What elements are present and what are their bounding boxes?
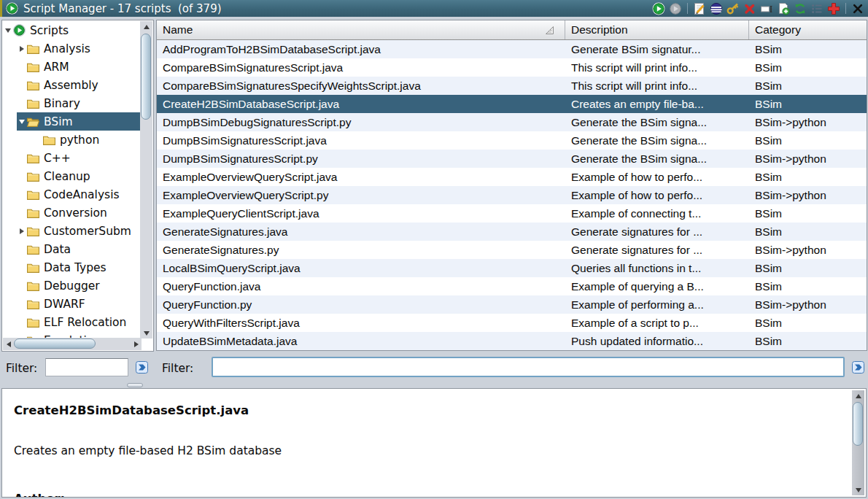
- tree-item-debugger[interactable]: Debugger: [17, 276, 140, 295]
- scroll-left-icon[interactable]: [3, 339, 14, 349]
- table-row[interactable]: QueryFunction.javaExample of querying a …: [157, 277, 867, 295]
- script-directories-icon[interactable]: [810, 2, 824, 15]
- rename-script-icon[interactable]: [760, 2, 773, 15]
- column-header-name[interactable]: Name: [157, 20, 565, 39]
- scroll-up-icon[interactable]: [853, 390, 864, 401]
- expand-arrow-icon[interactable]: [17, 228, 27, 234]
- table-row[interactable]: GenerateSignatures.javaGenerate signatur…: [157, 223, 867, 241]
- expand-arrow-icon[interactable]: [17, 120, 27, 124]
- table-row[interactable]: AddProgramToH2BSimDatabaseScript.javaGen…: [157, 40, 867, 58]
- new-script-icon[interactable]: [777, 2, 790, 15]
- keybinding-icon[interactable]: [726, 2, 740, 15]
- column-header-category[interactable]: Category: [749, 20, 867, 39]
- tree-item-data[interactable]: Data: [17, 240, 140, 258]
- tree-item-label: Analysis: [42, 42, 90, 55]
- scripts-root-icon: [13, 24, 28, 36]
- run-script-icon[interactable]: [652, 2, 665, 15]
- tree-hscroll-thumb[interactable]: [14, 339, 96, 349]
- column-header-label: Description: [571, 23, 628, 36]
- tree-item-conversion[interactable]: Conversion: [17, 204, 140, 222]
- tree-item-scripts[interactable]: Scripts: [3, 21, 140, 39]
- column-header-label: Name: [163, 23, 193, 36]
- tree-item-codeanalysis[interactable]: CodeAnalysis: [17, 185, 140, 204]
- table-row[interactable]: GenerateSignatures.pyGenerate signatures…: [157, 241, 867, 259]
- eclipse-icon[interactable]: [710, 2, 723, 15]
- titlebar-toolbar: [652, 0, 864, 17]
- table-row[interactable]: DumpBSimSignaturesScript.javaGenerate th…: [157, 131, 867, 150]
- tree-item-customersubmission[interactable]: CustomerSubm: [17, 222, 140, 240]
- table-row[interactable]: ExampleOverviewQueryScript.pyExample of …: [157, 186, 867, 204]
- tree-item-binary[interactable]: Binary: [17, 94, 140, 112]
- tree-vscroll-thumb[interactable]: [141, 34, 151, 120]
- tree-item-label: Assembly: [42, 79, 98, 92]
- tree-item-arm[interactable]: ARM: [17, 58, 140, 76]
- tree-item-label: BSim: [42, 115, 73, 128]
- table-row[interactable]: QueryFunction.pyExample of performing a.…: [157, 295, 867, 314]
- scroll-down-icon[interactable]: [141, 328, 152, 339]
- column-header-label: Category: [755, 23, 801, 36]
- tree-item-label: CustomerSubm: [42, 225, 131, 238]
- script-description-footer-clipped: Author:: [14, 492, 65, 498]
- tree-horizontal-scrollbar[interactable]: [3, 338, 142, 350]
- script-table-panel: Name Description Category AddProgramToH2…: [156, 20, 867, 351]
- table-row-selected[interactable]: CreateH2BSimDatabaseScript.javaCreates a…: [157, 95, 867, 113]
- tree-item-data-types[interactable]: Data Types: [17, 258, 140, 276]
- help-icon[interactable]: [827, 2, 840, 15]
- tree-item-dwarf[interactable]: DWARF: [17, 295, 140, 313]
- tree-item-emulation[interactable]: Emulation: [17, 331, 140, 338]
- tree-item-cpp[interactable]: C++: [17, 149, 140, 167]
- script-description-panel: CreateH2BSimDatabaseScript.java Creates …: [1, 388, 867, 498]
- table-row[interactable]: LocalBSimQueryScript.javaQueries all fun…: [157, 259, 867, 277]
- tree-item-label: DWARF: [42, 298, 85, 311]
- close-icon[interactable]: [851, 2, 864, 15]
- edit-script-icon[interactable]: [693, 2, 706, 15]
- folder-icon: [27, 98, 42, 109]
- splitter-handle[interactable]: [127, 383, 143, 387]
- tree-filter-options-icon[interactable]: [134, 360, 150, 375]
- tree-item-elf-relocation[interactable]: ELF Relocation: [17, 313, 140, 331]
- table-filter-input[interactable]: [212, 357, 845, 377]
- folder-icon: [27, 44, 42, 54]
- tree-item-label: C++: [42, 152, 71, 165]
- script-manager-icon: [6, 2, 18, 15]
- script-description-title: CreateH2BSimDatabaseScript.java: [14, 403, 249, 417]
- table-row[interactable]: QueryWithFiltersScript.javaExample of a …: [157, 314, 867, 332]
- scroll-right-icon[interactable]: [131, 339, 142, 349]
- table-row[interactable]: UpdateBSimMetadata.javaPush updated info…: [157, 332, 867, 350]
- tree-item-label: CodeAnalysis: [42, 188, 120, 201]
- details-vertical-scrollbar[interactable]: [852, 390, 864, 495]
- tree-item-assembly[interactable]: Assembly: [17, 76, 140, 94]
- expand-arrow-icon[interactable]: [17, 46, 27, 52]
- tree-vertical-scrollbar[interactable]: [140, 21, 152, 339]
- toolbar-separator: [845, 3, 846, 14]
- window-title: Script Manager - 17 scripts (of 379): [23, 2, 222, 15]
- folder-icon: [27, 153, 42, 163]
- table-row[interactable]: DumpBSimDebugSignaturesScript.pyGenerate…: [157, 113, 867, 131]
- delete-script-icon[interactable]: [743, 2, 756, 15]
- tree-item-bsim[interactable]: BSim: [17, 112, 140, 131]
- scroll-down-icon[interactable]: [853, 484, 864, 495]
- sort-indicator-icon[interactable]: [545, 26, 554, 35]
- window-titlebar: Script Manager - 17 scripts (of 379): [0, 0, 868, 17]
- tree-item-label: Binary: [42, 97, 80, 110]
- scroll-up-icon[interactable]: [141, 21, 152, 32]
- tree-item-analysis[interactable]: Analysis: [17, 39, 140, 58]
- table-row[interactable]: CompareBSimSignaturesSpecifyWeightsScrip…: [157, 77, 867, 95]
- run-last-script-icon[interactable]: [669, 2, 682, 15]
- table-row[interactable]: ExampleQueryClientScript.javaExample of …: [157, 204, 867, 223]
- column-header-description[interactable]: Description: [565, 20, 749, 39]
- table-header: Name Description Category: [157, 20, 867, 40]
- refresh-scripts-icon[interactable]: [794, 2, 807, 15]
- table-filter-options-icon[interactable]: [850, 360, 866, 375]
- table-row[interactable]: CompareBSimSignaturesScript.javaThis scr…: [157, 58, 867, 77]
- expand-arrow-icon[interactable]: [3, 28, 13, 33]
- details-vscroll-thumb[interactable]: [853, 402, 863, 446]
- tree-item-label: Data: [42, 243, 71, 256]
- tree-item-cleanup[interactable]: Cleanup: [17, 167, 140, 185]
- tree-item-python[interactable]: python: [33, 131, 140, 149]
- tree-filter-input[interactable]: [45, 358, 128, 376]
- folder-icon: [27, 62, 42, 72]
- table-row[interactable]: ExampleOverviewQueryScript.javaExample o…: [157, 168, 867, 186]
- table-row[interactable]: DumpBSimSignaturesScript.pyGenerate the …: [157, 150, 867, 168]
- folder-icon: [27, 171, 42, 182]
